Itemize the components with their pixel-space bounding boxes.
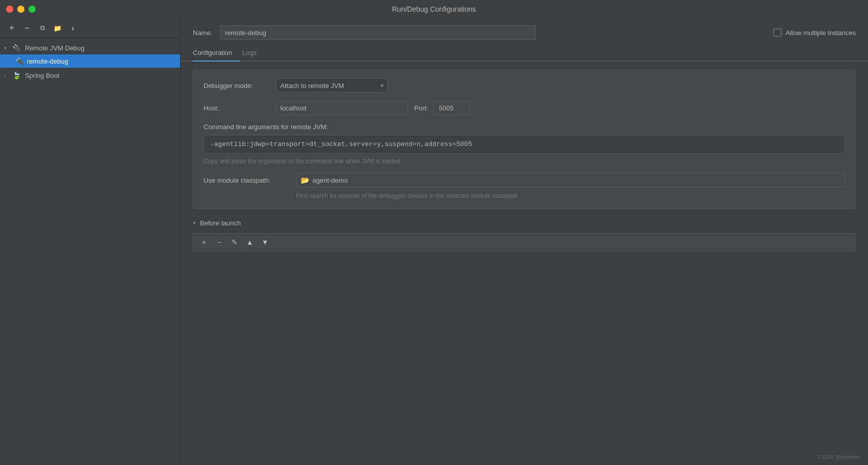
host-label: Host: [204,104,270,112]
before-launch-remove-button[interactable]: − [213,237,226,248]
module-classpath-section: Use module classpath: 📂 agent-demo First… [204,173,845,200]
spring-boot-group-label: Spring Boot [25,72,60,79]
title-bar: Run/Debug Configurations [0,0,868,18]
traffic-lights [6,6,36,13]
name-input[interactable] [220,25,536,40]
module-classpath-label: Use module classpath: [204,177,290,184]
sidebar-item-remote-debug[interactable]: 🔌 remote-debug [0,54,180,68]
before-launch-toolbar: + − ✎ ▲ ▼ [193,233,856,251]
cmdline-section: Command line arguments for remote JVM: -… [204,123,845,165]
watermark: CSDN @brucelw [818,454,860,460]
name-label: Name: [193,29,212,37]
debugger-mode-label: Debugger mode: [204,82,270,90]
sidebar-group-spring-boot: › 🍃 Spring Boot [0,69,180,82]
cmdline-label: Command line arguments for remote JVM: [204,123,845,131]
config-header: Name: Allow multiple instances [181,18,868,45]
module-classpath-input[interactable]: 📂 agent-demo [296,173,845,187]
maximize-button[interactable] [28,6,36,13]
before-launch-header: ▾ Before launch [193,219,856,227]
before-launch-section: ▾ Before launch + − ✎ ▲ [193,219,856,257]
port-label: Port: [414,104,428,112]
debugger-mode-select[interactable]: Attach to remote JVM Listen to remote JV… [276,78,388,93]
window-title: Run/Debug Configurations [392,5,476,13]
copy-icon: ⧉ [40,24,45,32]
minimize-button[interactable] [17,6,24,13]
remote-jvm-group-label: Remote JVM Debug [25,44,84,52]
folder-button[interactable]: 📁 [51,22,64,34]
port-input[interactable] [434,101,470,115]
allow-multiple-label: Allow multiple instances [786,29,856,37]
host-port-row: Host: Port: [204,101,845,115]
module-classpath-hint: First search for sources of the debugged… [296,191,845,200]
debugger-mode-row: Debugger mode: Attach to remote JVM List… [204,78,845,93]
spring-boot-group-icon: 🍃 [12,71,21,79]
sidebar-group-remote-jvm: ▾ 🔌 Remote JVM Debug 🔌 remote-debug [0,41,180,68]
add-config-button[interactable]: + [5,22,18,34]
sort-button[interactable]: ↕ [66,22,79,34]
sidebar-content: ▾ 🔌 Remote JVM Debug 🔌 remote-debug › 🍃 … [0,38,180,465]
before-launch-up-button[interactable]: ▲ [243,237,256,248]
config-panel: Debugger mode: Attach to remote JVM List… [181,62,868,465]
sidebar: + − ⧉ 📁 ↕ ▾ 🔌 Remote JVM Debug [0,18,181,465]
bl-down-icon: ▼ [262,238,269,246]
before-launch-label: Before launch [200,219,241,227]
tabs-bar: Configuration Logs [181,45,868,62]
remote-jvm-group-icon: 🔌 [12,44,21,52]
debugger-mode-select-wrapper: Attach to remote JVM Listen to remote JV… [276,78,388,93]
close-button[interactable] [6,6,13,13]
remote-debug-item-icon: 🔌 [15,57,24,65]
folder-icon: 📁 [53,24,62,32]
tab-configuration[interactable]: Configuration [193,45,240,62]
before-launch-chevron-icon: ▾ [193,220,196,226]
before-launch-add-button[interactable]: + [197,237,211,248]
host-input[interactable] [276,101,408,115]
module-folder-icon: 📂 [301,176,309,184]
before-launch-edit-button[interactable]: ✎ [228,237,241,248]
cmdline-hint: Copy and paste the arguments to the comm… [204,158,845,165]
sort-icon: ↕ [71,24,75,32]
bl-add-icon: + [202,238,206,246]
module-row: Use module classpath: 📂 agent-demo [204,173,845,187]
sidebar-toolbar: + − ⧉ 📁 ↕ [0,18,180,38]
module-classpath-value: agent-demo [312,177,348,184]
content-area: Name: Allow multiple instances Configura… [181,18,868,465]
plus-icon: + [9,23,15,33]
bl-edit-icon: ✎ [232,238,238,246]
bl-up-icon: ▲ [246,238,253,246]
config-section-main: Debugger mode: Attach to remote JVM List… [193,70,856,209]
allow-multiple-checkbox[interactable] [773,28,782,37]
allow-multiple-container: Allow multiple instances [773,28,856,37]
tab-logs[interactable]: Logs [242,45,265,62]
minus-icon: − [24,23,30,33]
bl-remove-icon: − [217,238,221,246]
before-launch-down-button[interactable]: ▼ [258,237,272,248]
cmdline-value: -agentlib:jdwp=transport=dt_socket,serve… [204,135,845,154]
chevron-down-icon: ▾ [4,45,10,51]
chevron-right-icon: › [4,73,10,78]
remove-config-button[interactable]: − [20,22,34,34]
main-layout: + − ⧉ 📁 ↕ ▾ 🔌 Remote JVM Debug [0,18,868,465]
sidebar-group-header-remote-jvm[interactable]: ▾ 🔌 Remote JVM Debug [0,41,180,54]
copy-config-button[interactable]: ⧉ [36,22,49,34]
sidebar-group-header-spring-boot[interactable]: › 🍃 Spring Boot [0,69,180,82]
remote-debug-item-label: remote-debug [27,57,68,65]
